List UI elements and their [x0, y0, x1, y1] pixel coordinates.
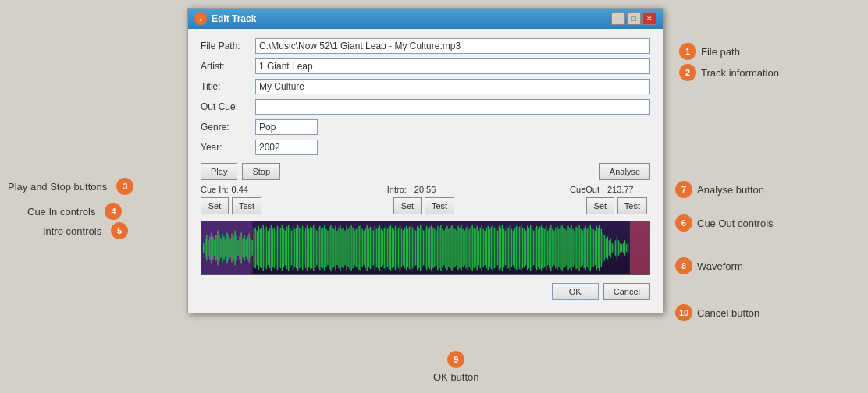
svg-rect-252	[595, 231, 596, 266]
callout-badge-10: 10	[675, 304, 692, 321]
svg-rect-242	[578, 225, 580, 271]
cue-out-set-button[interactable]: Set	[586, 197, 614, 214]
svg-rect-269	[621, 244, 623, 252]
svg-rect-93	[344, 231, 346, 266]
svg-rect-95	[347, 229, 349, 267]
svg-rect-159	[448, 229, 450, 267]
cancel-button[interactable]: Cancel	[603, 283, 650, 300]
svg-rect-267	[618, 240, 620, 255]
svg-rect-128	[400, 225, 401, 271]
svg-rect-116	[381, 229, 382, 267]
svg-rect-98	[352, 228, 354, 268]
svg-rect-39	[260, 229, 261, 267]
outcue-input[interactable]	[255, 99, 650, 115]
svg-rect-238	[572, 229, 574, 267]
svg-rect-209	[527, 226, 528, 270]
svg-rect-124	[393, 229, 395, 267]
svg-rect-126	[397, 231, 398, 266]
waveform[interactable]	[201, 221, 650, 275]
svg-rect-139	[417, 226, 418, 270]
svg-rect-92	[343, 228, 344, 268]
svg-rect-31	[247, 236, 248, 259]
svg-rect-248	[588, 227, 589, 269]
edit-track-dialog: ♪ Edit Track − □ ✕ File Path: Artist:	[187, 8, 663, 313]
callout-badge-4: 4	[105, 203, 122, 220]
callout-badge-8: 8	[675, 257, 692, 274]
intro-test-button[interactable]: Test	[425, 197, 454, 214]
maximize-button[interactable]: □	[627, 12, 641, 25]
svg-rect-117	[382, 231, 384, 266]
dialog-title: Edit Track	[212, 13, 256, 24]
year-input[interactable]	[255, 140, 318, 155]
svg-rect-61	[294, 229, 296, 267]
svg-rect-204	[519, 227, 521, 269]
svg-rect-70	[308, 229, 310, 267]
callout-label-2: Track information	[701, 67, 779, 79]
svg-rect-189	[496, 229, 497, 267]
dialog-body: File Path: Artist: Title: Out Cue: Genre…	[188, 29, 663, 313]
svg-rect-25	[237, 240, 239, 255]
svg-rect-231	[561, 225, 563, 271]
svg-rect-203	[518, 229, 519, 267]
cue-out-test-button[interactable]: Test	[617, 197, 647, 214]
svg-rect-6	[208, 240, 209, 255]
svg-rect-50	[277, 226, 279, 270]
svg-rect-67	[304, 231, 305, 266]
svg-rect-115	[379, 225, 381, 271]
svg-rect-41	[263, 225, 265, 271]
callout-3: 3 Play and Stop buttons	[8, 178, 133, 195]
svg-rect-130	[403, 231, 404, 266]
file-path-input[interactable]	[255, 38, 650, 54]
svg-rect-233	[564, 229, 566, 267]
svg-rect-190	[497, 231, 499, 266]
svg-rect-34	[251, 240, 253, 255]
svg-rect-179	[479, 228, 481, 268]
svg-rect-223	[549, 228, 550, 268]
cue-in-set-button[interactable]: Set	[201, 197, 229, 214]
callout-5: 5 Intro controls	[43, 222, 128, 239]
intro-set-button[interactable]: Set	[393, 197, 422, 214]
svg-rect-258	[604, 235, 606, 260]
svg-rect-101	[357, 228, 358, 268]
svg-rect-40	[261, 228, 263, 268]
genre-input[interactable]	[255, 119, 318, 135]
svg-rect-174	[471, 225, 473, 271]
artist-input[interactable]	[255, 58, 650, 74]
callout-badge-2: 2	[679, 64, 696, 81]
stop-button[interactable]: Stop	[242, 163, 280, 180]
svg-rect-141	[420, 225, 422, 271]
svg-rect-193	[502, 225, 503, 271]
minimize-button[interactable]: −	[611, 12, 625, 25]
title-input[interactable]	[255, 79, 650, 94]
svg-rect-18	[226, 233, 228, 264]
svg-rect-143	[423, 231, 425, 266]
svg-rect-127	[398, 228, 400, 268]
intro-controls: Set Test	[393, 197, 454, 214]
svg-rect-149	[432, 228, 434, 268]
svg-rect-90	[340, 225, 341, 271]
svg-rect-57	[288, 225, 290, 271]
svg-rect-201	[514, 228, 516, 268]
svg-rect-181	[483, 229, 485, 267]
bottom-row: OK Cancel	[201, 283, 650, 303]
svg-rect-259	[606, 238, 607, 257]
svg-rect-229	[558, 229, 560, 267]
cue-in-value: 0.44	[231, 185, 258, 194]
svg-rect-200	[513, 231, 514, 266]
svg-rect-119	[386, 226, 387, 270]
analyse-button[interactable]: Analyse	[599, 163, 650, 180]
callout-badge-5: 5	[111, 222, 128, 239]
play-button[interactable]: Play	[201, 163, 237, 180]
callout-10: 10 Cancel button	[675, 304, 760, 321]
svg-rect-217	[539, 227, 541, 269]
file-path-row: File Path:	[201, 38, 650, 54]
close-button[interactable]: ✕	[642, 12, 656, 25]
svg-rect-165	[457, 226, 459, 270]
callout-label-3: Play and Stop buttons	[8, 181, 107, 193]
callout-label-10: Cancel button	[697, 307, 760, 319]
cue-in-label: Cue In:	[201, 185, 228, 194]
svg-rect-260	[607, 236, 609, 259]
ok-button[interactable]: OK	[552, 283, 599, 300]
svg-rect-118	[384, 228, 386, 268]
cue-in-test-button[interactable]: Test	[232, 197, 261, 214]
